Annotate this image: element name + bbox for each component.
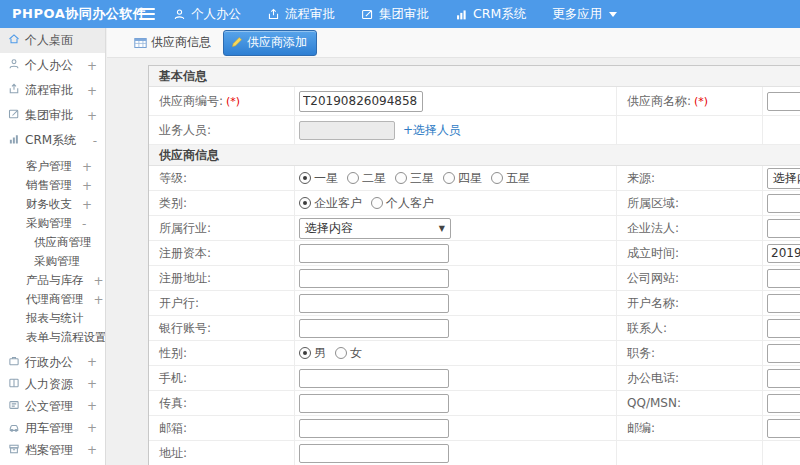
- zip-input[interactable]: [767, 419, 800, 438]
- position-input[interactable]: [767, 344, 800, 363]
- expand-toggle[interactable]: +: [94, 274, 104, 288]
- menu-toggle-icon[interactable]: [139, 8, 155, 20]
- sidebar-item-documents[interactable]: 公文管理 +: [0, 395, 105, 417]
- radio-category-personal[interactable]: 个人客户: [371, 195, 434, 212]
- fax-input[interactable]: [299, 394, 449, 413]
- nav-more-apps[interactable]: 更多应用: [552, 6, 617, 23]
- nav-workflow-approval[interactable]: 流程审批: [267, 6, 335, 23]
- radio-gender-male[interactable]: 男: [299, 345, 326, 362]
- sidebar-item-admin-office[interactable]: 行政办公 +: [0, 351, 105, 373]
- radio-gender-female[interactable]: 女: [335, 345, 362, 362]
- expand-toggle[interactable]: +: [82, 179, 92, 193]
- expand-toggle[interactable]: +: [87, 399, 97, 413]
- expand-toggle[interactable]: +: [82, 160, 92, 174]
- field-label: 地址:: [149, 441, 295, 465]
- bank-account-input[interactable]: [299, 319, 449, 338]
- field-label: 企业法人:: [617, 216, 763, 240]
- field-label: 性别:: [149, 341, 295, 365]
- tab-supplier-info[interactable]: 供应商信息: [134, 34, 211, 51]
- business-person-input[interactable]: [299, 121, 395, 140]
- contact-input[interactable]: [767, 319, 800, 338]
- supplier-code-input[interactable]: [299, 91, 423, 112]
- expand-toggle[interactable]: +: [87, 355, 97, 369]
- sidebar-item-reports[interactable]: 报表与统计: [0, 309, 105, 328]
- field-label: 邮编:: [617, 416, 763, 440]
- website-input[interactable]: [767, 269, 800, 288]
- account-name-input[interactable]: [767, 294, 800, 313]
- sidebar-item-supplier-mgmt[interactable]: 供应商管理: [0, 233, 105, 252]
- sidebar-item-purchase-mgmt[interactable]: 采购管理 -: [0, 214, 105, 233]
- expand-toggle[interactable]: +: [87, 59, 97, 73]
- tab-supplier-add[interactable]: 供应商添加: [223, 30, 317, 56]
- sidebar-item-purchasing[interactable]: 采购管理: [0, 252, 105, 271]
- field-value: [763, 216, 800, 240]
- collapse-toggle[interactable]: -: [82, 217, 86, 231]
- form-row: 传真: QQ/MSN:: [149, 391, 800, 416]
- email-input[interactable]: [299, 419, 449, 438]
- radio-category-enterprise[interactable]: 企业客户: [299, 195, 362, 212]
- expand-toggle[interactable]: +: [94, 293, 104, 307]
- expand-toggle[interactable]: +: [87, 377, 97, 391]
- supplier-name-input[interactable]: [767, 92, 800, 111]
- sidebar-item-personal-office[interactable]: 个人办公 +: [0, 53, 105, 78]
- qq-msn-input[interactable]: [767, 394, 800, 413]
- sidebar-item-crm-system[interactable]: CRM系统 -: [0, 128, 105, 153]
- radio-level-5star[interactable]: 五星: [491, 170, 530, 187]
- level-radio-group: 一星 二星 三星 四星 五星: [295, 166, 617, 190]
- field-value: [295, 87, 617, 115]
- sidebar-item-archives[interactable]: 档案管理 +: [0, 439, 105, 461]
- sidebar-item-agent-mgmt[interactable]: 代理商管理 +: [0, 290, 105, 309]
- sidebar-item-vehicle-mgmt[interactable]: 用车管理 +: [0, 417, 105, 439]
- sidebar-item-finance[interactable]: 财务收支 +: [0, 195, 105, 214]
- expand-toggle[interactable]: +: [87, 84, 97, 98]
- table-icon: [134, 37, 147, 49]
- radio-level-1star[interactable]: 一星: [299, 170, 338, 187]
- collapse-toggle[interactable]: -: [93, 134, 97, 148]
- expand-toggle[interactable]: +: [87, 421, 97, 435]
- sidebar-item-personal-desktop[interactable]: 个人桌面: [0, 28, 105, 53]
- sidebar: 个人桌面 个人办公 + 流程审批 + 集团审批 + CRM系统 - 客户管理 +…: [0, 28, 106, 465]
- source-select[interactable]: 选择内容▼: [767, 168, 800, 189]
- sidebar-item-workflow-approval[interactable]: 流程审批 +: [0, 78, 105, 103]
- expand-toggle[interactable]: +: [87, 109, 97, 123]
- sidebar-item-product-stock[interactable]: 产品与库存 +: [0, 271, 105, 290]
- edit-icon: [361, 8, 374, 21]
- sidebar-item-label: 人力资源: [25, 376, 73, 393]
- sidebar-item-sales-mgmt[interactable]: 销售管理 +: [0, 176, 105, 195]
- field-value: [763, 416, 800, 440]
- field-value: [763, 87, 800, 115]
- radio-dot: [371, 197, 383, 209]
- nav-group-approval[interactable]: 集团审批: [361, 6, 429, 23]
- choose-person-link[interactable]: +选择人员: [403, 122, 461, 139]
- field-label: 银行账号:: [149, 316, 295, 340]
- form-row: 银行账号: 联系人:: [149, 316, 800, 341]
- sidebar-item-group-approval[interactable]: 集团审批 +: [0, 103, 105, 128]
- field-value: [763, 241, 800, 265]
- nav-crm-system[interactable]: CRM系统: [455, 6, 526, 23]
- form-row: 等级: 一星 二星 三星 四星 五星 来源: 选择内容▼: [149, 166, 800, 191]
- radio-level-2star[interactable]: 二星: [347, 170, 386, 187]
- nav-label: 流程审批: [285, 6, 335, 23]
- address-input[interactable]: [299, 444, 449, 463]
- office-phone-input[interactable]: [767, 369, 800, 388]
- bank-input[interactable]: [299, 294, 449, 313]
- sidebar-item-customer-mgmt[interactable]: 客户管理 +: [0, 157, 105, 176]
- expand-toggle[interactable]: +: [82, 198, 92, 212]
- mobile-input[interactable]: [299, 369, 449, 388]
- sidebar-item-label: 集团审批: [25, 107, 73, 124]
- founded-date-input[interactable]: [767, 244, 800, 263]
- app-logo[interactable]: PHPOA协同办公软件: [0, 5, 133, 23]
- field-label: 业务人员:: [149, 116, 295, 144]
- radio-level-4star[interactable]: 四星: [443, 170, 482, 187]
- region-input[interactable]: [767, 194, 800, 213]
- industry-select[interactable]: 选择内容▼: [299, 218, 451, 239]
- sidebar-item-form-flow-settings[interactable]: 表单与流程设置 +: [0, 328, 105, 347]
- legal-person-input[interactable]: [767, 219, 800, 238]
- registered-capital-input[interactable]: [299, 244, 449, 263]
- radio-level-3star[interactable]: 三星: [395, 170, 434, 187]
- field-label: 供应商名称: (*): [617, 87, 763, 115]
- nav-personal-office[interactable]: 个人办公: [173, 6, 241, 23]
- registered-address-input[interactable]: [299, 269, 449, 288]
- sidebar-item-hr[interactable]: 人力资源 +: [0, 373, 105, 395]
- expand-toggle[interactable]: +: [87, 443, 97, 457]
